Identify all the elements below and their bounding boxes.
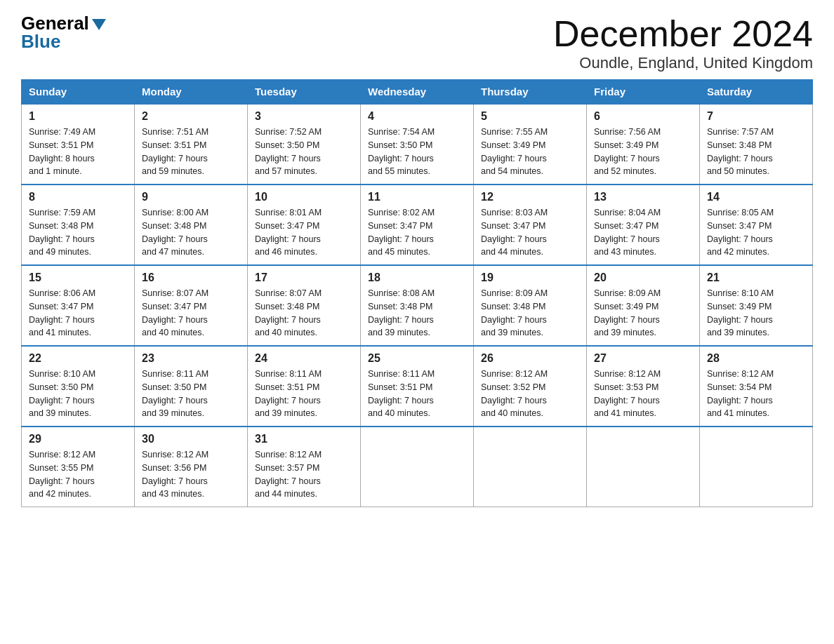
- month-title: December 2024: [553, 14, 813, 54]
- day-number: 31: [255, 433, 353, 445]
- sunrise-text: Sunrise: 7:56 AM: [594, 126, 692, 139]
- sunset-text: Sunset: 3:48 PM: [29, 220, 127, 233]
- daylight-text-cont: and 1 minute.: [29, 165, 127, 178]
- day-number: 30: [142, 433, 240, 445]
- sunset-text: Sunset: 3:47 PM: [255, 220, 353, 233]
- day-number: 24: [255, 352, 353, 365]
- sunrise-text: Sunrise: 8:11 AM: [255, 368, 353, 381]
- calendar-cell: 17Sunrise: 8:07 AMSunset: 3:48 PMDayligh…: [248, 265, 361, 346]
- daylight-text-cont: and 44 minutes.: [481, 246, 579, 259]
- daylight-text-cont: and 43 minutes.: [142, 488, 240, 501]
- sunset-text: Sunset: 3:49 PM: [481, 139, 579, 152]
- sunset-text: Sunset: 3:51 PM: [255, 381, 353, 394]
- sunset-text: Sunset: 3:51 PM: [368, 381, 466, 394]
- calendar-cell: 30Sunrise: 8:12 AMSunset: 3:56 PMDayligh…: [135, 427, 248, 507]
- sunset-text: Sunset: 3:50 PM: [368, 139, 466, 152]
- logo-general-text: General: [21, 14, 89, 32]
- day-header-thursday: Thursday: [474, 80, 587, 105]
- sunrise-text: Sunrise: 8:12 AM: [481, 368, 579, 381]
- calendar-cell: 11Sunrise: 8:02 AMSunset: 3:47 PMDayligh…: [361, 185, 474, 265]
- daylight-text: Daylight: 7 hours: [707, 152, 805, 166]
- day-info: Sunrise: 8:12 AMSunset: 3:53 PMDaylight:…: [594, 368, 692, 420]
- day-number: 26: [481, 352, 579, 365]
- daylight-text-cont: and 40 minutes.: [255, 326, 353, 340]
- day-info: Sunrise: 8:09 AMSunset: 3:49 PMDaylight:…: [594, 287, 692, 340]
- daylight-text: Daylight: 7 hours: [368, 233, 466, 246]
- day-number: 12: [481, 191, 579, 203]
- sunrise-text: Sunrise: 8:01 AM: [255, 206, 353, 220]
- day-info: Sunrise: 8:10 AMSunset: 3:49 PMDaylight:…: [707, 287, 805, 340]
- day-number: 14: [707, 191, 805, 203]
- logo-arrow-icon: [92, 19, 106, 30]
- calendar-body: 1Sunrise: 7:49 AMSunset: 3:51 PMDaylight…: [22, 104, 813, 507]
- sunrise-text: Sunrise: 8:00 AM: [142, 206, 240, 220]
- calendar-cell: 10Sunrise: 8:01 AMSunset: 3:47 PMDayligh…: [248, 185, 361, 265]
- daylight-text-cont: and 41 minutes.: [29, 326, 127, 340]
- day-info: Sunrise: 7:55 AMSunset: 3:49 PMDaylight:…: [481, 126, 579, 178]
- daylight-text: Daylight: 7 hours: [142, 314, 240, 327]
- calendar-cell: 23Sunrise: 8:11 AMSunset: 3:50 PMDayligh…: [135, 346, 248, 427]
- daylight-text: Daylight: 7 hours: [594, 233, 692, 246]
- day-number: 19: [481, 271, 579, 284]
- sunset-text: Sunset: 3:53 PM: [594, 381, 692, 394]
- daylight-text-cont: and 39 minutes.: [29, 407, 127, 420]
- day-number: 9: [142, 191, 240, 203]
- sunset-text: Sunset: 3:48 PM: [142, 220, 240, 233]
- sunrise-text: Sunrise: 8:05 AM: [707, 206, 805, 220]
- day-number: 13: [594, 191, 692, 203]
- day-number: 10: [255, 191, 353, 203]
- sunset-text: Sunset: 3:49 PM: [594, 139, 692, 152]
- calendar-cell: 26Sunrise: 8:12 AMSunset: 3:52 PMDayligh…: [474, 346, 587, 427]
- day-number: 27: [594, 352, 692, 365]
- sunset-text: Sunset: 3:57 PM: [255, 462, 353, 475]
- daylight-text: Daylight: 7 hours: [594, 152, 692, 166]
- calendar-cell: 25Sunrise: 8:11 AMSunset: 3:51 PMDayligh…: [361, 346, 474, 427]
- sunrise-text: Sunrise: 8:09 AM: [481, 287, 579, 300]
- sunset-text: Sunset: 3:48 PM: [368, 300, 466, 314]
- day-info: Sunrise: 8:12 AMSunset: 3:54 PMDaylight:…: [707, 368, 805, 420]
- sunset-text: Sunset: 3:50 PM: [255, 139, 353, 152]
- daylight-text: Daylight: 7 hours: [594, 314, 692, 327]
- calendar-cell: 16Sunrise: 8:07 AMSunset: 3:47 PMDayligh…: [135, 265, 248, 346]
- daylight-text: Daylight: 7 hours: [368, 394, 466, 408]
- daylight-text: Daylight: 7 hours: [594, 394, 692, 408]
- daylight-text: Daylight: 7 hours: [142, 394, 240, 408]
- daylight-text-cont: and 57 minutes.: [255, 165, 353, 178]
- sunrise-text: Sunrise: 7:59 AM: [29, 206, 127, 220]
- daylight-text-cont: and 47 minutes.: [142, 246, 240, 259]
- sunrise-text: Sunrise: 8:12 AM: [707, 368, 805, 381]
- daylight-text-cont: and 44 minutes.: [255, 488, 353, 501]
- sunset-text: Sunset: 3:47 PM: [594, 220, 692, 233]
- day-number: 8: [29, 191, 127, 203]
- calendar-cell: 24Sunrise: 8:11 AMSunset: 3:51 PMDayligh…: [248, 346, 361, 427]
- daylight-text-cont: and 55 minutes.: [368, 165, 466, 178]
- calendar-cell: 9Sunrise: 8:00 AMSunset: 3:48 PMDaylight…: [135, 185, 248, 265]
- daylight-text-cont: and 39 minutes.: [255, 407, 353, 420]
- sunrise-text: Sunrise: 7:57 AM: [707, 126, 805, 139]
- location-title: Oundle, England, United Kingdom: [553, 54, 813, 72]
- sunset-text: Sunset: 3:50 PM: [29, 381, 127, 394]
- daylight-text: Daylight: 7 hours: [255, 233, 353, 246]
- daylight-text-cont: and 50 minutes.: [707, 165, 805, 178]
- calendar-cell: 7Sunrise: 7:57 AMSunset: 3:48 PMDaylight…: [700, 104, 813, 185]
- day-number: 17: [255, 271, 353, 284]
- daylight-text-cont: and 42 minutes.: [29, 488, 127, 501]
- sunrise-text: Sunrise: 7:52 AM: [255, 126, 353, 139]
- day-info: Sunrise: 7:49 AMSunset: 3:51 PMDaylight:…: [29, 126, 127, 178]
- calendar-cell: [474, 427, 587, 507]
- day-number: 1: [29, 110, 127, 123]
- daylight-text: Daylight: 7 hours: [29, 475, 127, 488]
- calendar-cell: 31Sunrise: 8:12 AMSunset: 3:57 PMDayligh…: [248, 427, 361, 507]
- calendar-cell: 21Sunrise: 8:10 AMSunset: 3:49 PMDayligh…: [700, 265, 813, 346]
- daylight-text-cont: and 40 minutes.: [481, 407, 579, 420]
- daylight-text-cont: and 49 minutes.: [29, 246, 127, 259]
- daylight-text: Daylight: 7 hours: [29, 314, 127, 327]
- calendar-cell: 27Sunrise: 8:12 AMSunset: 3:53 PMDayligh…: [587, 346, 700, 427]
- daylight-text-cont: and 41 minutes.: [594, 407, 692, 420]
- sunset-text: Sunset: 3:48 PM: [481, 300, 579, 314]
- day-info: Sunrise: 7:54 AMSunset: 3:50 PMDaylight:…: [368, 126, 466, 178]
- daylight-text-cont: and 42 minutes.: [707, 246, 805, 259]
- sunset-text: Sunset: 3:47 PM: [481, 220, 579, 233]
- daylight-text-cont: and 39 minutes.: [142, 407, 240, 420]
- daylight-text: Daylight: 7 hours: [481, 394, 579, 408]
